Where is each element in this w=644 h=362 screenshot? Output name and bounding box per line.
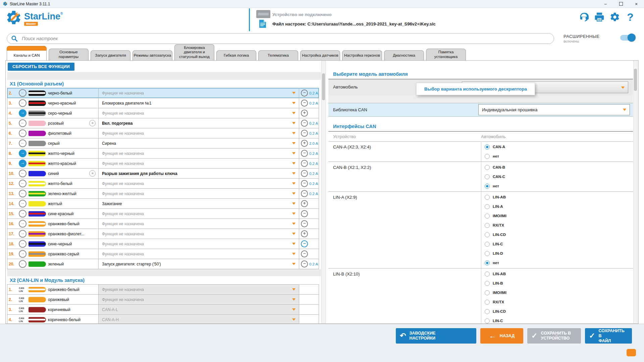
search-input[interactable] (21, 36, 550, 42)
direction-out-icon[interactable]: ← (19, 260, 26, 268)
function-dropdown[interactable]: Функция не назначена (99, 219, 299, 229)
radio-option[interactable]: CAN-C (481, 172, 633, 181)
radio-icon[interactable] (485, 223, 490, 228)
channel-row[interactable]: 3.←черно-красныйБлокировка двигателя №1−… (7, 98, 319, 108)
channel-row[interactable]: 19.→оранжево-серыйФункция не назначена− (7, 249, 319, 259)
direction-out-icon[interactable]: ← (19, 129, 26, 137)
polarity-plus-icon[interactable]: + (301, 110, 308, 117)
can-library-select[interactable]: Индивидуальная прошивка (478, 104, 630, 115)
function-dropdown[interactable]: Функция не назначена (99, 159, 299, 168)
help-icon[interactable]: ? (625, 11, 636, 23)
tab-flex-logic[interactable]: Гибкая логика (216, 50, 256, 60)
radio-option[interactable]: CAN-B (481, 163, 633, 172)
minimize-button[interactable]: − (598, 0, 613, 8)
polarity-minus-icon[interactable]: − (301, 89, 308, 97)
radio-icon[interactable] (485, 251, 490, 256)
channel-row[interactable]: 2.CANLINоранжевыйФункция не назначена (7, 295, 319, 305)
direction-out-icon[interactable]: ← (19, 89, 26, 97)
radio-icon[interactable] (485, 300, 490, 305)
channel-row[interactable]: 5.←розовый✳Вкл. подогрева−0.2 A (7, 118, 319, 128)
direction-out-icon[interactable]: ← (19, 139, 26, 147)
radio-option[interactable]: RX/TX (481, 297, 633, 307)
gear-icon[interactable]: ✳ (89, 120, 96, 126)
polarity-plus-icon[interactable]: + (301, 230, 308, 237)
polarity-minus-icon[interactable]: − (301, 130, 308, 137)
channel-row[interactable]: 2.←черно-белыйФункция не назначена−0.2 A (7, 88, 319, 98)
tab-engine-lock[interactable]: Блокировка двигателя и статусный выход (174, 44, 214, 60)
channel-row[interactable]: 4.→серо-черныйФункция не назначена+ (7, 108, 319, 118)
radio-option[interactable]: LIN-CD (481, 307, 633, 316)
tab-installer-memo[interactable]: Памятка установщика (426, 49, 466, 60)
function-dropdown[interactable]: Функция не назначена (99, 249, 299, 259)
tab-sensors[interactable]: Настройка датчиков (300, 50, 340, 60)
channel-row[interactable]: 10.←синий✳Разрыв зажигания для работы кл… (7, 169, 319, 179)
radio-option[interactable]: LIN-C (481, 239, 633, 249)
function-dropdown[interactable]: Функция не назначена (99, 128, 299, 138)
channel-row[interactable]: 16.→оранжево-белыйФункция не назначена− (7, 219, 319, 229)
radio-icon[interactable] (485, 272, 490, 277)
tab-autostart-modes[interactable]: Режимы автозапуска (132, 50, 172, 60)
radio-option[interactable]: нет (481, 181, 633, 191)
channel-row[interactable]: 15.→сине-красныйФункция не назначена− (7, 209, 319, 219)
advanced-toggle[interactable] (620, 35, 635, 41)
function-dropdown[interactable]: Функция не назначена (99, 189, 299, 198)
direction-in-icon[interactable]: → (19, 230, 26, 238)
function-dropdown[interactable]: Функция не назначена (99, 179, 299, 188)
direction-in-icon[interactable]: → (19, 149, 26, 157)
radio-option[interactable]: LIN-CD (481, 230, 633, 239)
direction-in-icon[interactable]: → (19, 200, 26, 207)
tab-main-params[interactable]: Основные параметры (49, 49, 89, 60)
factory-button[interactable]: ↶ЗАВОДСКИЕНАСТРОЙКИ (396, 328, 476, 344)
channel-row[interactable]: 8.→желто-черныйФункция не назначена−0.2 … (7, 148, 319, 159)
radio-option[interactable]: нет (481, 258, 633, 267)
radio-icon[interactable] (485, 232, 490, 237)
polarity-minus-icon[interactable]: − (301, 100, 308, 107)
radio-icon[interactable] (485, 204, 490, 209)
polarity-minus-icon[interactable]: − (301, 250, 308, 257)
save-device-button[interactable]: ✓СОХРАНИТЬ ВУСТРОЙСТВО (527, 328, 581, 344)
tab-telematics[interactable]: Телематика (258, 50, 298, 60)
radio-icon[interactable] (485, 165, 490, 170)
support-icon[interactable] (578, 11, 590, 23)
channel-row[interactable]: 6.←фиолетовыйФункция не назначена−0.2 A (7, 128, 319, 138)
radio-option[interactable]: CAN-A (481, 142, 633, 152)
radio-option[interactable]: LIN-D (481, 249, 633, 258)
function-dropdown[interactable]: CAN-A-L (99, 305, 299, 314)
close-button[interactable]: × (629, 0, 644, 8)
radio-option[interactable]: IMO/IMI (481, 288, 633, 297)
polarity-minus-icon[interactable]: − (301, 180, 308, 187)
tab-reed-switches[interactable]: Настройка герконов (342, 50, 382, 60)
radio-icon[interactable] (485, 154, 490, 159)
function-dropdown[interactable]: Функция не назначена (99, 239, 299, 249)
function-dropdown[interactable]: Функция не назначена (99, 229, 299, 239)
function-dropdown[interactable]: CAN-A-H (99, 315, 299, 324)
function-dropdown[interactable]: Функция не назначена (99, 88, 299, 98)
gear-icon[interactable]: ✳ (89, 170, 96, 177)
polarity-minus-icon[interactable]: − (301, 220, 308, 227)
radio-option[interactable]: LIN-A (481, 202, 633, 211)
feedback-chat-icon[interactable] (627, 349, 636, 356)
channel-row[interactable]: 1.CANLINоранжево-белыйФункция не назначе… (7, 285, 319, 295)
radio-option[interactable]: LIN-AB (481, 269, 633, 279)
radio-icon[interactable] (485, 281, 490, 286)
function-dropdown[interactable]: Функция не назначена (99, 295, 299, 304)
radio-option[interactable]: IMO/IMI (481, 211, 633, 221)
polarity-minus-icon[interactable]: − (301, 190, 308, 197)
function-dropdown[interactable]: Блокировка двигателя №1 (99, 98, 299, 108)
function-dropdown[interactable]: Функция не назначена (99, 285, 299, 294)
channel-row[interactable]: 14.→желтыйЗажигание+ (7, 199, 319, 209)
function-dropdown[interactable]: Функция не назначена (99, 148, 299, 158)
settings-gear-icon[interactable] (609, 11, 621, 23)
channel-row[interactable]: 13.←зелено-желтыйФункция не назначена−0.… (7, 189, 319, 199)
back-button[interactable]: ←НАЗАД (480, 328, 523, 344)
polarity-minus-icon[interactable]: − (301, 240, 308, 247)
function-dropdown[interactable]: Сирена (99, 138, 299, 148)
direction-out-icon[interactable]: ← (19, 190, 26, 197)
radio-icon[interactable] (485, 309, 490, 314)
function-dropdown[interactable]: Зажигание (99, 199, 299, 208)
radio-option[interactable]: LIN-AB (481, 192, 633, 202)
radio-icon[interactable] (485, 242, 490, 247)
reset-all-functions-button[interactable]: СБРОСИТЬ ВСЕ ФУНКЦИИ (8, 63, 74, 71)
tab-diagnostics[interactable]: Диагностика (384, 50, 424, 60)
radio-icon[interactable] (485, 318, 490, 323)
